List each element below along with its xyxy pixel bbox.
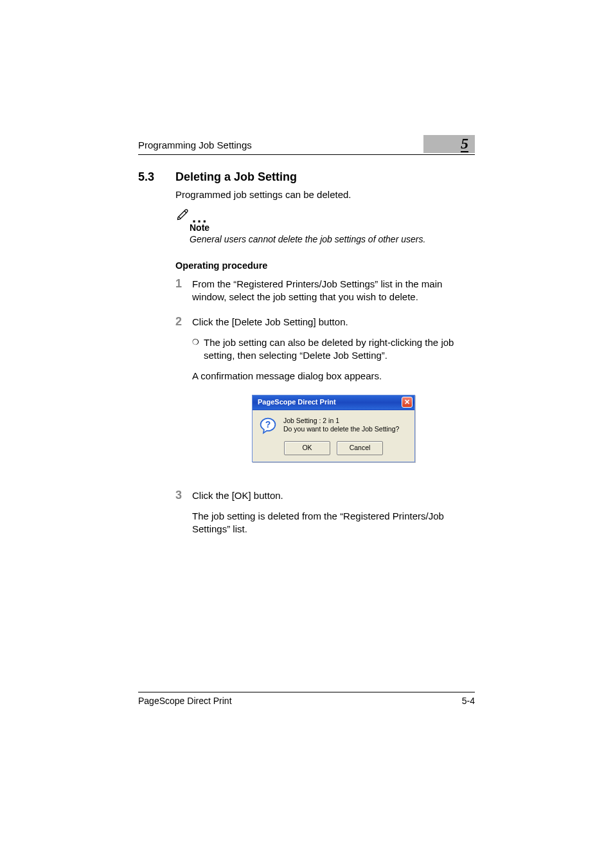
note-icon-row: ...: [175, 206, 475, 222]
note-text: General users cannot delete the job sett…: [190, 234, 475, 244]
note-block: ... Note General users cannot delete the…: [175, 206, 475, 244]
step-body: Click the [OK] button. The job setting i…: [192, 489, 475, 536]
close-glyph: ✕: [404, 399, 410, 406]
step-body: Click the [Delete Job Setting] button. ❍…: [192, 316, 475, 478]
note-label: Note: [190, 222, 475, 233]
dialog-titlebar: PageScope Direct Print ✕: [253, 395, 414, 410]
cancel-button[interactable]: Cancel: [337, 441, 383, 455]
dialog-body: ? Job Setting : 2 in 1 Do you want to de…: [253, 410, 414, 439]
step-3: 3 Click the [OK] button. The job setting…: [175, 489, 475, 536]
hollow-bullet-icon: ❍: [192, 336, 204, 363]
chapter-badge: 5: [423, 135, 475, 153]
step-result-text: A confirmation message dialog box appear…: [192, 370, 475, 383]
ok-button[interactable]: OK: [284, 441, 330, 455]
step-body: From the “Registered Printers/Job Settin…: [192, 278, 475, 304]
step-text: From the “Registered Printers/Job Settin…: [192, 278, 442, 302]
step-text: Click the [Delete Job Setting] button.: [192, 316, 348, 327]
confirm-dialog: PageScope Direct Print ✕ ?: [252, 395, 415, 462]
section-title: Deleting a Job Setting: [175, 170, 297, 184]
pencil-icon: [175, 206, 191, 222]
section-heading: 5.3 Deleting a Job Setting: [138, 170, 475, 184]
operating-procedure-heading: Operating procedure: [175, 260, 267, 271]
dialog-button-row: OK Cancel: [253, 439, 414, 462]
header-rule: [138, 154, 475, 155]
chapter-number: 5: [461, 136, 468, 152]
question-icon: ?: [259, 417, 277, 435]
note-dots: ...: [192, 210, 208, 226]
steps-list: 1 From the “Registered Printers/Job Sett…: [175, 278, 475, 547]
svg-line-0: [184, 211, 186, 213]
close-icon[interactable]: ✕: [402, 397, 413, 408]
button-label: OK: [302, 443, 312, 452]
step-number: 1: [175, 278, 192, 304]
step-subtext: The job setting can also be deleted by r…: [204, 336, 475, 363]
header-section-title: Programming Job Settings: [138, 140, 252, 153]
dialog-title: PageScope Direct Print: [258, 397, 336, 407]
step-result-text: The job setting is deleted from the “Reg…: [192, 510, 475, 536]
dialog-line2: Do you want to delete the Job Setting?: [283, 425, 399, 434]
footer-rule: [138, 692, 475, 692]
dialog-screenshot: PageScope Direct Print ✕ ?: [192, 395, 475, 462]
dialog-message: Job Setting : 2 in 1 Do you want to dele…: [283, 417, 399, 434]
step-subitem: ❍ The job setting can also be deleted by…: [192, 336, 475, 363]
svg-text:?: ?: [265, 419, 271, 429]
page-footer: PageScope Direct Print 5-4: [138, 696, 475, 706]
button-label: Cancel: [350, 443, 371, 452]
step-text: Click the [OK] button.: [192, 490, 283, 501]
step-number: 2: [175, 316, 192, 478]
page-header: Programming Job Settings 5: [138, 135, 475, 153]
step-1: 1 From the “Registered Printers/Job Sett…: [175, 278, 475, 304]
footer-page-number: 5-4: [462, 696, 475, 706]
page: Programming Job Settings 5 5.3 Deleting …: [0, 0, 613, 868]
step-number: 3: [175, 489, 192, 536]
section-intro-text: Programmed job settings can be deleted.: [175, 189, 475, 200]
dialog-line1: Job Setting : 2 in 1: [283, 417, 399, 426]
section-number: 5.3: [138, 170, 175, 184]
svg-line-1: [179, 217, 181, 219]
step-2: 2 Click the [Delete Job Setting] button.…: [175, 316, 475, 478]
footer-product: PageScope Direct Print: [138, 696, 232, 706]
